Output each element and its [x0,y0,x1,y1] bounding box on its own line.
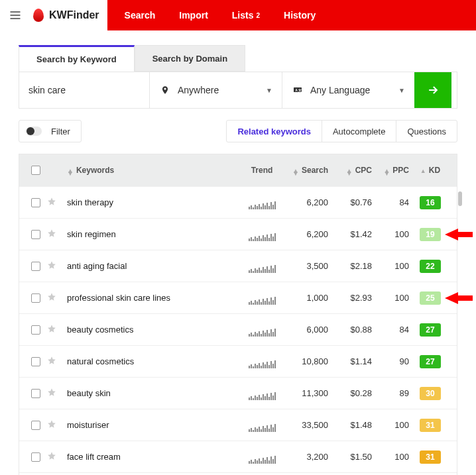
row-ppc: 84 [372,325,409,335]
row-checkbox[interactable] [31,198,40,207]
sort-icon: ▲▼ [383,170,390,175]
seg-related-keywords[interactable]: Related keywords [227,121,322,142]
star-icon [47,260,56,270]
topbar: KWFinder Search Import Lists2 History [0,0,476,30]
annotation-arrow-icon [445,292,473,304]
row-keyword[interactable]: moisturiser [64,420,243,430]
row-keyword[interactable]: face lift cream [64,452,243,462]
row-favorite[interactable] [47,260,64,272]
row-favorite[interactable] [47,229,64,240]
row-kd: 22 [409,260,451,273]
row-checkbox[interactable] [31,389,40,398]
row-keyword[interactable]: beauty skin [64,388,243,398]
header-cpc-label: CPC [355,166,372,175]
brand[interactable]: KWFinder [30,0,107,30]
row-cpc: $2.18 [328,261,372,271]
row-favorite[interactable] [47,356,64,367]
kd-badge: 31 [420,450,441,464]
language-select[interactable]: A文 Any Language ▼ [282,72,414,108]
header-keywords-label: Keywords [76,166,114,175]
row-ppc: 100 [372,261,409,271]
keyword-input[interactable] [29,85,140,95]
nav-lists[interactable]: Lists2 [220,0,272,30]
sort-icon: ▲▼ [346,170,353,175]
kd-badge: 19 [420,228,441,241]
row-cpc: $0.76 [328,197,372,207]
tab-search-by-keyword[interactable]: Search by Keyword [19,45,135,72]
row-favorite[interactable] [47,388,64,399]
search-submit-button[interactable] [414,72,451,108]
header-keywords[interactable]: ▲▼Keywords [64,166,243,175]
header-cpc[interactable]: ▲▼CPC [328,166,372,175]
row-checkbox[interactable] [31,325,40,335]
row-checkbox[interactable] [31,421,40,430]
row-kd: 27 [409,355,451,368]
row-cpc: $0.28 [328,388,372,398]
row-cpc: $1.14 [328,356,372,366]
header-ppc[interactable]: ▲▼PPC [372,166,409,175]
location-select[interactable]: Anywhere ▼ [149,72,282,108]
row-keyword[interactable]: skin regimen [64,229,243,239]
table-row: beauty skin11,300$0.288930 [19,377,457,409]
search-input-wrap [19,72,149,108]
row-cpc: $1.48 [328,420,372,430]
brand-name: KWFinder [49,9,99,21]
row-kd: 16 [409,196,451,209]
row-keyword[interactable]: anti aging facial [64,261,243,271]
header-trend[interactable]: Trend [243,166,280,175]
row-checkbox[interactable] [31,452,40,462]
nav-lists-badge: 2 [257,12,261,19]
seg-autocomplete[interactable]: Autocomplete [322,121,396,142]
row-keyword[interactable]: professional skin care lines [64,293,243,303]
nav-search[interactable]: Search [113,0,168,30]
row-trend [243,260,280,273]
row-keyword[interactable]: skin therapy [64,197,243,207]
row-favorite[interactable] [47,324,64,335]
row-search-volume: 3,500 [280,261,328,271]
row-favorite[interactable] [47,451,64,462]
scrollbar-thumb[interactable] [458,191,462,206]
tab-search-by-domain[interactable]: Search by Domain [135,45,245,72]
header-kd[interactable]: ▲KD [409,166,451,175]
seg-questions[interactable]: Questions [396,121,457,142]
nav-history-label: History [284,10,316,21]
row-keyword[interactable]: natural cosmetics [64,356,243,366]
chevron-down-icon: ▼ [266,87,272,94]
midbar: Filter Related keywords Autocomplete Que… [19,118,457,144]
select-all-checkbox[interactable] [31,166,40,175]
nav-import[interactable]: Import [167,0,220,30]
nav-lists-label: Lists [232,10,254,21]
row-checkbox[interactable] [31,262,40,271]
row-ppc: 89 [372,388,409,398]
row-trend [243,196,280,209]
row-trend [243,387,280,400]
row-favorite[interactable] [47,292,64,303]
row-trend [243,228,280,241]
filter-button[interactable]: Filter [19,120,82,142]
tab-domain-label: Search by Domain [152,54,227,64]
row-checkbox[interactable] [31,357,40,366]
header-select-all[interactable] [25,166,47,175]
header-search[interactable]: ▲▼Search [280,166,328,175]
row-search-volume: 1,000 [280,293,328,303]
nav-import-label: Import [179,10,208,21]
row-search-volume: 33,500 [280,420,328,430]
row-cpc: $1.50 [328,452,372,462]
row-checkbox[interactable] [31,230,40,239]
hamburger-menu[interactable] [0,0,30,30]
row-search-volume: 3,200 [280,452,328,462]
row-keyword[interactable]: beauty cosmetics [64,325,243,335]
row-kd: 27 [409,323,451,337]
header-search-label: Search [302,166,328,175]
table-row: natural cosmetics10,800$1.149027 [19,345,457,377]
row-checkbox[interactable] [31,293,40,303]
row-ppc: 90 [372,356,409,366]
row-favorite[interactable] [47,197,64,208]
row-favorite[interactable] [47,419,64,431]
tab-keyword-label: Search by Keyword [36,54,117,64]
row-kd: 30 [409,387,451,400]
star-icon [47,197,56,206]
nav-history[interactable]: History [272,0,327,30]
kd-badge: 27 [420,355,441,368]
table-row: beauty cosmetics6,000$0.888427 [19,313,457,345]
